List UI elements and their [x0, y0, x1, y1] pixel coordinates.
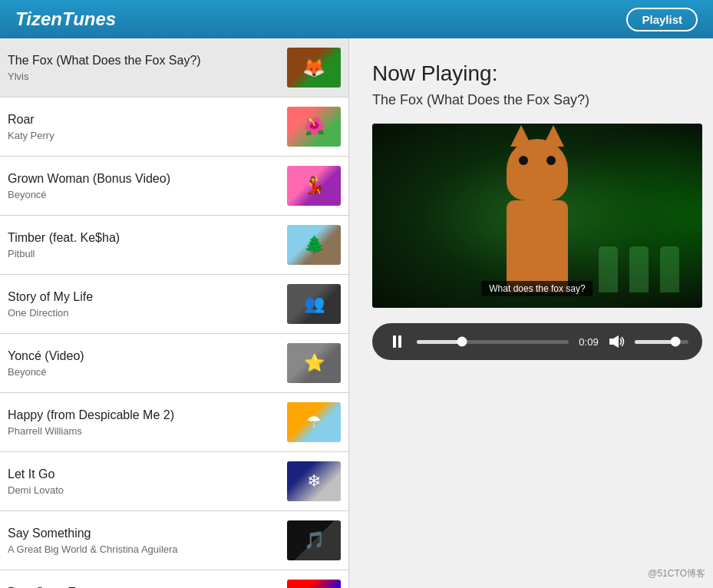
item-title-letitgo: Let It Go: [8, 467, 279, 483]
playlist-item-roar[interactable]: Roar Katy Perry: [0, 97, 348, 157]
video-scene: What does the fox say?: [372, 124, 702, 308]
playlist-item-timber[interactable]: Timber (feat. Ke$ha) Pitbull: [0, 216, 348, 275]
item-thumb-best: [287, 580, 341, 588]
pause-button[interactable]: [386, 331, 408, 352]
fox-body: [507, 200, 568, 292]
fox-ear-right: [543, 125, 564, 147]
item-info-best: Best Song Ever One Direction: [8, 585, 287, 588]
playlist-item-best[interactable]: Best Song Ever One Direction: [0, 570, 348, 588]
speaker-icon: [609, 335, 626, 349]
fox-head: [507, 139, 568, 200]
app-header: TizenTunes Playlist: [0, 0, 713, 38]
controls-bar: 0:09: [372, 323, 702, 360]
playlist-item-happy[interactable]: Happy (from Despicable Me 2) Pharrell Wi…: [0, 393, 348, 452]
pause-bar-right: [398, 335, 401, 348]
playlist-item-grown[interactable]: Grown Woman (Bonus Video) Beyoncé: [0, 157, 348, 216]
item-info-yonce: Yoncé (Video) Beyoncé: [8, 349, 287, 378]
item-title-best: Best Song Ever: [8, 585, 279, 588]
pause-bar-left: [393, 335, 396, 348]
svg-marker-1: [613, 335, 619, 348]
playlist-item-yonce[interactable]: Yoncé (Video) Beyoncé: [0, 334, 348, 393]
playlist-item-letitgo[interactable]: Let It Go Demi Lovato: [0, 452, 348, 511]
item-thumb-story: [287, 284, 341, 324]
playlist-item-fox[interactable]: The Fox (What Does the Fox Say?) Ylvis: [0, 38, 348, 97]
item-thumb-roar: [287, 107, 341, 147]
item-thumb-letitgo: [287, 461, 341, 501]
app-title: TizenTunes: [15, 8, 116, 30]
item-title-roar: Roar: [8, 112, 279, 128]
svg-rect-0: [609, 339, 613, 345]
main-layout: The Fox (What Does the Fox Say?) Ylvis R…: [0, 38, 713, 588]
background-figures: [599, 246, 679, 292]
bg-figure-3: [660, 246, 679, 292]
item-thumb-say: [287, 520, 341, 560]
item-artist-say: A Great Big World & Christina Aguilera: [8, 543, 279, 555]
fox-ear-left: [510, 125, 532, 147]
bg-figure-2: [629, 246, 649, 292]
item-info-grown: Grown Woman (Bonus Video) Beyoncé: [8, 171, 287, 200]
volume-icon[interactable]: [609, 335, 626, 349]
item-artist-yonce: Beyoncé: [8, 366, 279, 378]
video-player: What does the fox say?: [372, 124, 702, 308]
item-thumb-fox: [287, 48, 341, 88]
pause-icon: [393, 335, 401, 348]
item-artist-roar: Katy Perry: [8, 130, 279, 141]
now-playing-label: Now Playing:: [372, 61, 702, 86]
watermark: @51CTO博客: [648, 567, 705, 580]
progress-bar[interactable]: [417, 340, 569, 344]
volume-thumb: [670, 337, 680, 347]
item-thumb-yonce: [287, 343, 341, 383]
volume-fill: [635, 340, 675, 344]
playlist-item-story[interactable]: Story of My Life One Direction: [0, 275, 348, 334]
item-artist-story: One Direction: [8, 307, 279, 319]
item-title-happy: Happy (from Despicable Me 2): [8, 408, 279, 424]
item-thumb-happy: [287, 402, 341, 442]
item-info-story: Story of My Life One Direction: [8, 289, 287, 319]
item-artist-timber: Pitbull: [8, 248, 279, 259]
now-playing-title: The Fox (What Does the Fox Say?): [372, 92, 702, 108]
fox-eye-right: [546, 156, 556, 165]
bg-figure-1: [599, 246, 618, 292]
item-thumb-grown: [287, 166, 341, 206]
item-title-grown: Grown Woman (Bonus Video): [8, 171, 279, 187]
playlist-button[interactable]: Playlist: [626, 8, 698, 31]
item-info-timber: Timber (feat. Ke$ha) Pitbull: [8, 230, 287, 259]
item-info-letitgo: Let It Go Demi Lovato: [8, 467, 287, 496]
video-subtitle: What does the fox say?: [481, 281, 593, 296]
item-thumb-timber: [287, 225, 341, 265]
item-title-timber: Timber (feat. Ke$ha): [8, 230, 279, 246]
playlist-item-say[interactable]: Say Something A Great Big World & Christ…: [0, 511, 348, 570]
item-title-yonce: Yoncé (Video): [8, 349, 279, 365]
item-artist-happy: Pharrell Williams: [8, 425, 279, 437]
item-info-happy: Happy (from Despicable Me 2) Pharrell Wi…: [8, 408, 287, 437]
item-artist-fox: Ylvis: [8, 71, 279, 82]
item-info-roar: Roar Katy Perry: [8, 112, 287, 141]
item-info-fox: The Fox (What Does the Fox Say?) Ylvis: [8, 53, 287, 82]
volume-bar[interactable]: [635, 340, 688, 344]
fox-figure: [487, 139, 587, 292]
item-title-story: Story of My Life: [8, 289, 279, 306]
playlist-panel: The Fox (What Does the Fox Say?) Ylvis R…: [0, 38, 349, 588]
player-panel: Now Playing: The Fox (What Does the Fox …: [349, 38, 713, 588]
progress-thumb: [457, 337, 467, 347]
item-artist-letitgo: Demi Lovato: [8, 484, 279, 496]
item-title-fox: The Fox (What Does the Fox Say?): [8, 53, 279, 69]
time-display: 0:09: [578, 336, 599, 348]
progress-fill: [417, 340, 462, 344]
fox-eye-left: [519, 156, 528, 165]
item-artist-grown: Beyoncé: [8, 189, 279, 200]
item-info-say: Say Something A Great Big World & Christ…: [8, 526, 287, 555]
item-title-say: Say Something: [8, 526, 279, 542]
